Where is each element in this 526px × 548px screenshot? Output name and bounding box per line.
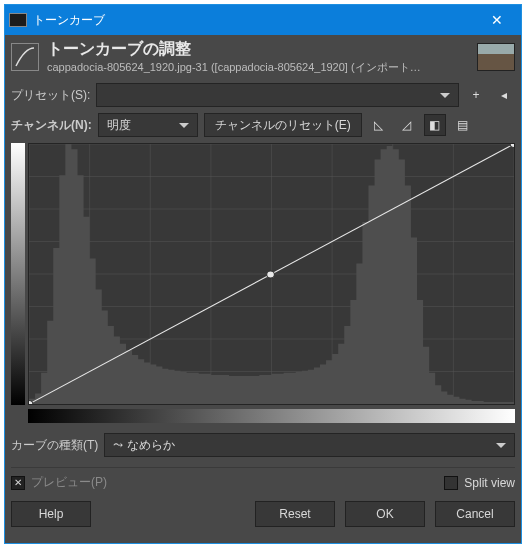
preset-row: プリセット(S): + ◂ xyxy=(11,83,515,107)
chevron-down-icon xyxy=(496,443,506,448)
splitview-label: Split view xyxy=(464,476,515,490)
picker-2-button[interactable]: ◿ xyxy=(396,114,418,136)
dialog-subtitle: cappadocia-805624_1920.jpg-31 ([cappadoc… xyxy=(47,60,427,75)
channel-label: チャンネル(N): xyxy=(11,117,92,134)
svg-point-20 xyxy=(267,271,275,278)
help-button[interactable]: Help xyxy=(11,501,91,527)
dialog-header: トーンカーブの調整 cappadocia-805624_1920.jpg-31 … xyxy=(11,39,515,75)
reset-button[interactable]: Reset xyxy=(255,501,335,527)
preset-select[interactable] xyxy=(96,83,459,107)
channel-row: チャンネル(N): 明度 チャンネルのリセット(E) ◺ ◿ ◧ ▤ xyxy=(11,113,515,137)
input-gradient xyxy=(28,409,515,423)
channel-reset-button[interactable]: チャンネルのリセット(E) xyxy=(204,113,362,137)
preview-checkbox[interactable]: ✕ xyxy=(11,476,25,490)
curve-plot[interactable] xyxy=(28,143,515,405)
close-icon[interactable]: ✕ xyxy=(477,5,517,35)
preview-label: プレビュー(P) xyxy=(31,474,107,491)
curve-type-select[interactable]: ⤳ なめらか xyxy=(104,433,515,457)
histogram-toggle-1[interactable]: ◧ xyxy=(424,114,446,136)
channel-value: 明度 xyxy=(107,117,131,134)
output-gradient xyxy=(11,143,25,405)
histogram-toggle-2[interactable]: ▤ xyxy=(452,114,474,136)
dialog-title: トーンカーブの調整 xyxy=(47,39,469,60)
window-title: トーンカーブ xyxy=(33,12,477,29)
curve-area xyxy=(11,143,515,405)
curve-type-row: カーブの種類(T) ⤳ なめらか xyxy=(11,433,515,457)
preset-prev-button[interactable]: ◂ xyxy=(493,84,515,106)
chevron-down-icon xyxy=(179,123,189,128)
curve-icon xyxy=(11,43,39,71)
picker-1-button[interactable]: ◺ xyxy=(368,114,390,136)
chevron-down-icon xyxy=(440,93,450,98)
footer-options: ✕ プレビュー(P) Split view xyxy=(11,467,515,491)
curve-type-value: ⤳ なめらか xyxy=(113,437,174,454)
channel-select[interactable]: 明度 xyxy=(98,113,198,137)
splitview-checkbox[interactable] xyxy=(444,476,458,490)
curve-type-label: カーブの種類(T) xyxy=(11,437,98,454)
ok-button[interactable]: OK xyxy=(345,501,425,527)
preset-add-button[interactable]: + xyxy=(465,84,487,106)
dialog-window: トーンカーブ ✕ トーンカーブの調整 cappadocia-805624_192… xyxy=(5,5,521,543)
cancel-button[interactable]: Cancel xyxy=(435,501,515,527)
svg-point-21 xyxy=(510,144,514,148)
titlebar[interactable]: トーンカーブ ✕ xyxy=(5,5,521,35)
button-row: Help Reset OK Cancel xyxy=(11,501,515,527)
content-area: トーンカーブの調整 cappadocia-805624_1920.jpg-31 … xyxy=(5,35,521,533)
thumbnail xyxy=(477,43,515,71)
app-icon xyxy=(9,13,27,27)
preset-label: プリセット(S): xyxy=(11,87,90,104)
